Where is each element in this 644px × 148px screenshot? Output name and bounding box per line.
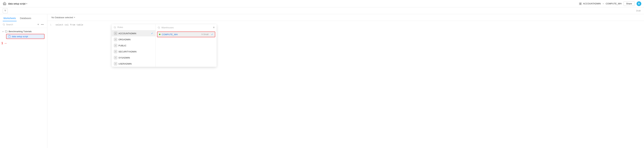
chevron-icon: ▸ [3, 30, 4, 32]
sidebar: Worksheets Databases Search + ••• ▸ [0, 14, 48, 148]
svg-line-8 [116, 28, 116, 28]
warehouse-status-dot [159, 34, 160, 35]
svg-point-1 [580, 3, 581, 4]
script-title: data setup script [8, 2, 26, 5]
svg-point-14 [116, 45, 116, 46]
db-dropdown-icon: ▾ [74, 16, 75, 18]
role-sysadmin-label: SYSADMIN [118, 57, 130, 59]
sidebar-actions: + ••• [37, 23, 44, 26]
role-item-sysadmin[interactable]: SYSADMIN [112, 55, 156, 61]
search-area: Search [3, 23, 35, 26]
script-title-row: data setup script ▾ [8, 2, 27, 5]
roles-search-input[interactable] [118, 26, 154, 28]
role-orgadmin-label: ORGADMIN [118, 38, 131, 41]
role-icon [114, 32, 117, 35]
svg-line-22 [160, 28, 160, 28]
filter-icon-button[interactable] [3, 8, 8, 13]
db-selector[interactable]: No Database selected ▾ [50, 15, 76, 19]
roles-search-icon [114, 26, 116, 28]
role-accountadmin-label: ACCOUNTADMIN [118, 32, 136, 35]
annotation-1: 1 [1, 41, 3, 45]
role-icon-user [114, 62, 117, 65]
role-icon-public [114, 44, 117, 47]
warehouses-search: ≡ [156, 24, 216, 31]
dot-separator: • [603, 2, 604, 5]
role-public-label: PUBLIC [118, 44, 126, 47]
role-item-accountadmin[interactable]: ACCOUNTADMIN ✓ [112, 30, 156, 36]
role-item-orgadmin[interactable]: ORGADMIN [112, 36, 156, 42]
role-icon-sys [114, 56, 117, 59]
role-securityadmin-label: SECURITYADMIN [118, 50, 136, 53]
account-icon [579, 2, 582, 5]
svg-line-6 [4, 25, 5, 25]
role-icon-security [114, 50, 117, 53]
svg-point-20 [116, 63, 116, 64]
warehouse-size-label: X-Small [201, 33, 208, 36]
annotation-arrow-1: → [4, 41, 7, 45]
file-icon [8, 35, 11, 38]
header-right: ACCOUNTADMIN • COMPUTE_WH Share B [579, 1, 641, 6]
code-content[interactable]: select col from table [56, 24, 83, 26]
overlay-panel: 2 ACCOUNTADMIN ✓ [112, 24, 216, 67]
roles-search [112, 24, 156, 30]
svg-point-21 [158, 27, 160, 28]
role-item-public[interactable]: PUBLIC [112, 42, 156, 49]
folder-item[interactable]: ▸ Benchmarking Tutorials [0, 29, 47, 34]
account-info: ACCOUNTADMIN [579, 2, 601, 5]
search-icon [3, 23, 5, 26]
check-icon-accountadmin: ✓ [151, 32, 153, 35]
search-label[interactable]: Search [6, 23, 13, 26]
role-item-useradmin[interactable]: USERADMIN [112, 61, 156, 67]
share-button[interactable]: Share [624, 1, 634, 6]
warehouse-compute-label: COMPUTE_WH [162, 33, 178, 36]
warehouses-search-input[interactable] [162, 26, 212, 29]
warehouse-label: COMPUTE_WH [606, 2, 622, 5]
svg-point-10 [116, 33, 116, 34]
role-item-securityadmin[interactable]: SECURITYADMIN [112, 49, 156, 55]
warehouses-search-icon [158, 26, 160, 29]
sidebar-search-row: Search + ••• [0, 21, 47, 28]
warehouses-dropdown: 3 ≡ COMPUTE_WH X-Small ✓ [156, 24, 216, 67]
svg-point-12 [116, 39, 116, 40]
roles-dropdown: ACCOUNTADMIN ✓ ORGADMIN PUBLIC [112, 24, 156, 67]
line-number: 1 [50, 24, 52, 26]
tab-worksheets[interactable]: Worksheets [3, 15, 16, 21]
file-label: data setup script [12, 35, 28, 38]
svg-point-7 [114, 26, 116, 28]
tab-databases[interactable]: Databases [19, 15, 32, 21]
folder-icon [5, 30, 8, 33]
role-useradmin-label: USERADMIN [118, 63, 132, 65]
title-dropdown-icon[interactable]: ▾ [26, 2, 27, 5]
file-item[interactable]: data setup script [6, 34, 44, 39]
main-layout: Worksheets Databases Search + ••• ▸ [0, 14, 644, 148]
role-icon-org [114, 38, 117, 41]
avatar[interactable]: B [636, 1, 641, 6]
top-header: data setup script ▾ ACCOUNTADMIN • COMPU… [0, 0, 644, 7]
home-icon[interactable] [3, 2, 7, 6]
header-left: data setup script ▾ [3, 2, 27, 6]
db-selector-label: No Database selected [52, 16, 73, 19]
folder-label: Benchmarking Tutorials [9, 30, 32, 33]
warehouses-menu-icon[interactable]: ≡ [213, 26, 214, 29]
more-button[interactable]: ••• [40, 23, 44, 26]
add-button[interactable]: + [37, 23, 40, 26]
svg-point-16 [116, 51, 116, 52]
content-area: No Database selected ▾ 1 select col from… [48, 14, 644, 148]
svg-point-5 [3, 24, 4, 25]
tree-container: ▸ Benchmarking Tutorials data setup scri… [0, 28, 47, 148]
content-toolbar: No Database selected ▾ [48, 14, 644, 21]
check-icon-compute: ✓ [211, 33, 213, 36]
draft-badge: Draft [636, 10, 640, 12]
sidebar-tabs: Worksheets Databases [0, 14, 47, 21]
warehouse-item-compute[interactable]: COMPUTE_WH X-Small ✓ [157, 32, 215, 37]
svg-point-18 [116, 57, 116, 58]
account-admin-label: ACCOUNTADMIN [583, 2, 601, 5]
